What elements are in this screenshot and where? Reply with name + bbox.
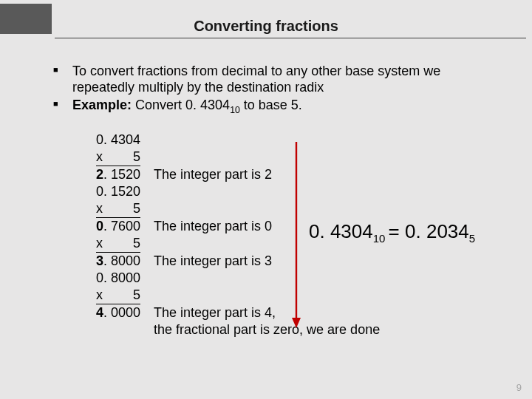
example-label: Example: <box>72 98 132 112</box>
work-line: 0. 8000 <box>96 270 149 287</box>
example-text-1: Convert 0. 4304 <box>132 98 230 112</box>
work-note: The integer part is 2 <box>149 166 380 183</box>
integer-digit: 0 <box>96 219 103 233</box>
result-lhs-base: 10 <box>373 232 389 245</box>
page-number: 9 <box>516 382 522 393</box>
work-line: 0. 1520 <box>96 183 149 200</box>
example-base-sub: 10 <box>230 105 240 115</box>
integer-digit: 2 <box>96 167 103 182</box>
integer-digit: 4 <box>96 305 103 320</box>
body-text: To convert fractions from decimal to any… <box>52 64 502 117</box>
svg-marker-1 <box>292 318 301 328</box>
down-arrow-icon <box>291 142 293 324</box>
result-rhs: = 0. 2034 <box>389 220 469 242</box>
slide: Converting fractions To convert fraction… <box>0 0 532 399</box>
work-mult-row: x5 <box>96 235 140 253</box>
example-text-2: to base 5. <box>240 98 302 112</box>
bullet-2: Example: Convert 0. 430410 to base 5. <box>52 98 502 116</box>
title-rule <box>55 38 526 38</box>
work-mult-row: x5 <box>96 149 140 166</box>
result-rhs-base: 5 <box>469 232 475 245</box>
work-line: 0. 4304 <box>96 132 149 149</box>
work-note: the fractional part is zero, we are done <box>149 321 380 338</box>
work-note: The integer part is 3 <box>149 253 380 270</box>
result-lhs: 0. 4304 <box>309 220 373 242</box>
work-mult-row: x5 <box>96 287 140 304</box>
work-note: The integer part is 4, <box>149 304 380 321</box>
result-equation: 0. 430410 = 0. 20345 <box>309 220 475 245</box>
slide-title: Converting fractions <box>0 18 532 35</box>
bullet-1: To convert fractions from decimal to any… <box>52 64 502 96</box>
integer-digit: 3 <box>96 253 103 268</box>
work-mult-row: x5 <box>96 200 140 218</box>
